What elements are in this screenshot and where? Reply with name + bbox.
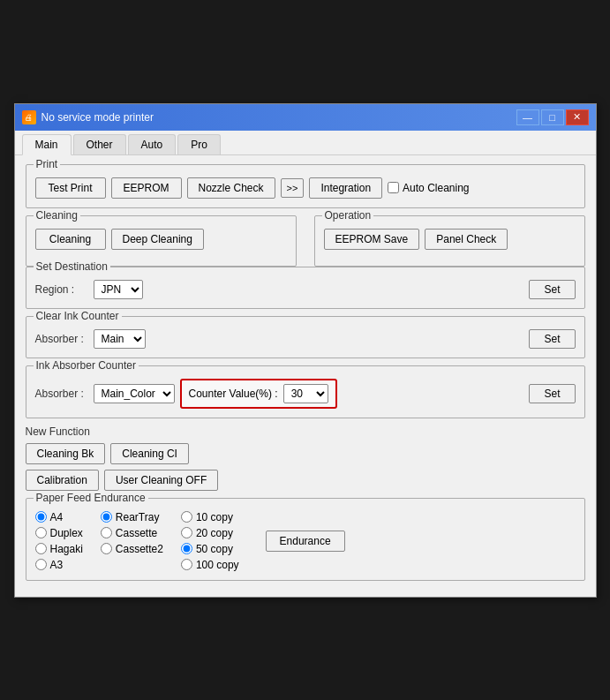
cassette-label[interactable]: Cassette	[101, 527, 163, 539]
app-icon: 🖨	[22, 110, 36, 124]
reartray-label[interactable]: RearTray	[101, 511, 163, 523]
counter-value-label: Counter Value(%) :	[189, 388, 278, 400]
a3-text: A3	[50, 559, 64, 571]
region-select[interactable]: JPN USA EUR	[94, 280, 143, 299]
paper-size-group: A4 Duplex Hagaki A3	[35, 511, 83, 571]
clear-ink-set-button[interactable]: Set	[529, 329, 575, 349]
new-function-section: New Function Cleaning Bk Cleaning CI Cal…	[26, 425, 585, 491]
ink-absorber-counter-label: Ink Absorber Counter	[34, 359, 139, 372]
new-function-row2: Calibration User Cleaning OFF	[26, 470, 585, 491]
reartray-radio[interactable]	[101, 511, 112, 523]
100copy-label[interactable]: 100 copy	[181, 559, 239, 571]
set-destination-label: Set Destination	[34, 260, 110, 273]
10copy-radio[interactable]	[181, 511, 192, 523]
maximize-button[interactable]: □	[541, 109, 564, 125]
tab-main[interactable]: Main	[22, 134, 72, 155]
paper-feed-endurance-group: Paper Feed Endurance A4 Duplex Hagaki	[26, 498, 585, 581]
counter-highlight: Counter Value(%) : 30 40 50 60 70 80 90 …	[180, 379, 337, 409]
auto-cleaning-checkbox[interactable]	[388, 182, 399, 193]
auto-cleaning-label[interactable]: Auto Cleaning	[388, 182, 469, 194]
calibration-button[interactable]: Calibration	[26, 470, 99, 491]
a4-radio[interactable]	[35, 511, 47, 523]
cleaning-bk-button[interactable]: Cleaning Bk	[26, 443, 106, 464]
duplex-radio[interactable]	[35, 527, 47, 538]
cassette2-text: Cassette2	[116, 543, 163, 555]
a3-label[interactable]: A3	[35, 559, 83, 571]
user-cleaning-off-button[interactable]: User Cleaning OFF	[104, 470, 218, 491]
cassette2-label[interactable]: Cassette2	[101, 543, 163, 555]
eeprom-button[interactable]: EEPROM	[111, 177, 182, 199]
clear-ink-counter-group: Clear Ink Counter Absorber : Main Sub1 S…	[26, 316, 585, 358]
clear-ink-counter-label: Clear Ink Counter	[34, 310, 122, 322]
set-destination-group: Set Destination Region : JPN USA EUR Set	[26, 267, 585, 309]
20copy-label[interactable]: 20 copy	[181, 527, 239, 539]
print-group: Print Test Print EEPROM Nozzle Check >> …	[26, 164, 585, 208]
duplex-label[interactable]: Duplex	[35, 527, 83, 539]
title-bar: 🖨 No service mode printer — □ ✕	[15, 104, 596, 131]
operation-group: Operation EEPROM Save Panel Check	[314, 215, 585, 267]
a4-text: A4	[50, 511, 64, 523]
nozzle-check-button[interactable]: Nozzle Check	[187, 177, 275, 199]
tab-pro[interactable]: Pro	[177, 134, 221, 154]
hagaki-text: Hagaki	[50, 543, 83, 555]
title-bar-left: 🖨 No service mode printer	[22, 110, 154, 124]
cleaning-operation-row: Cleaning Cleaning Deep Cleaning Operatio…	[26, 215, 585, 267]
title-buttons: — □ ✕	[516, 109, 589, 125]
auto-cleaning-text: Auto Cleaning	[403, 182, 469, 194]
cassette-text: Cassette	[116, 527, 157, 539]
ink-absorber-counter-group: Ink Absorber Counter Absorber : Main_Col…	[26, 365, 585, 418]
100copy-radio[interactable]	[181, 559, 192, 570]
endurance-button[interactable]: Endurance	[266, 531, 345, 552]
ink-absorber-set-button[interactable]: Set	[529, 384, 575, 403]
arrow-button[interactable]: >>	[281, 178, 305, 198]
ink-absorber-select[interactable]: Main_Color Main_Bk Sub	[94, 384, 175, 403]
50copy-text: 50 copy	[196, 543, 233, 555]
tabs-bar: Main Other Auto Pro	[15, 131, 596, 155]
a4-label[interactable]: A4	[35, 511, 83, 523]
cleaning-section: Cleaning Cleaning Deep Cleaning	[26, 215, 297, 267]
ink-absorber-label: Absorber :	[35, 388, 88, 400]
hagaki-label[interactable]: Hagaki	[35, 543, 83, 555]
100copy-text: 100 copy	[196, 559, 239, 571]
close-button[interactable]: ✕	[566, 109, 589, 125]
hagaki-radio[interactable]	[35, 543, 47, 554]
20copy-radio[interactable]	[181, 527, 192, 538]
new-function-row1: Cleaning Bk Cleaning CI	[26, 443, 585, 464]
duplex-text: Duplex	[50, 527, 83, 539]
deep-cleaning-button[interactable]: Deep Cleaning	[111, 229, 204, 250]
tab-auto[interactable]: Auto	[128, 134, 177, 154]
cassette2-radio[interactable]	[101, 543, 112, 554]
cleaning-button[interactable]: Cleaning	[35, 229, 106, 250]
50copy-radio[interactable]	[181, 543, 192, 554]
a3-radio[interactable]	[35, 559, 47, 570]
absorber-select[interactable]: Main Sub1 Sub2	[94, 329, 146, 349]
20copy-text: 20 copy	[196, 527, 233, 539]
new-function-label: New Function	[26, 425, 585, 438]
counter-value-select[interactable]: 30 40 50 60 70 80 90 100	[283, 384, 328, 403]
10copy-text: 10 copy	[196, 511, 233, 523]
test-print-button[interactable]: Test Print	[35, 177, 106, 199]
region-label: Region :	[35, 283, 88, 296]
set-destination-button[interactable]: Set	[529, 280, 575, 299]
cassette-radio[interactable]	[101, 527, 112, 538]
cleaning-ci-button[interactable]: Cleaning CI	[110, 443, 189, 464]
main-content: Print Test Print EEPROM Nozzle Check >> …	[15, 155, 596, 597]
operation-section: Operation EEPROM Save Panel Check	[314, 215, 585, 267]
absorber-label: Absorber :	[35, 333, 88, 345]
10copy-label[interactable]: 10 copy	[181, 511, 239, 523]
integration-button[interactable]: Integration	[309, 177, 382, 199]
endurance-col: Endurance	[266, 511, 345, 571]
50copy-label[interactable]: 50 copy	[181, 543, 239, 555]
window-title: No service mode printer	[41, 111, 154, 124]
eeprom-save-button[interactable]: EEPROM Save	[324, 229, 420, 250]
feed-type-group: RearTray Cassette Cassette2	[101, 511, 163, 571]
paper-feed-label: Paper Feed Endurance	[34, 492, 148, 504]
minimize-button[interactable]: —	[516, 109, 539, 125]
reartray-text: RearTray	[116, 511, 160, 523]
cleaning-group: Cleaning Cleaning Deep Cleaning	[26, 215, 297, 267]
panel-check-button[interactable]: Panel Check	[425, 229, 508, 250]
print-group-label: Print	[34, 158, 61, 170]
paper-feed-inner: A4 Duplex Hagaki A3	[35, 511, 576, 571]
operation-group-label: Operation	[322, 209, 374, 222]
tab-other[interactable]: Other	[73, 134, 126, 154]
